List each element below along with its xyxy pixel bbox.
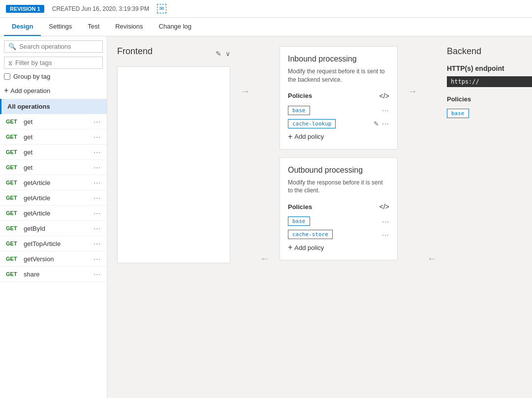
more-icon[interactable]: ··· <box>94 255 101 263</box>
op-name[interactable]: get <box>24 118 90 125</box>
right-arrow-backend-icon: → <box>407 86 417 97</box>
outbound-add-policy-button[interactable]: + Add policy <box>288 243 389 252</box>
inbound-add-policy-button[interactable]: + Add policy <box>288 132 389 141</box>
outbound-base-policy-actions: ··· <box>382 217 389 225</box>
cache-lookup-more-icon[interactable]: ··· <box>382 120 389 127</box>
more-icon[interactable]: ··· <box>94 148 101 156</box>
search-input[interactable] <box>19 43 102 50</box>
op-name[interactable]: get <box>24 149 90 156</box>
list-item: GETgetArticle··· <box>0 190 107 206</box>
op-name[interactable]: getArticle <box>24 210 90 217</box>
search-icon: 🔍 <box>8 43 16 50</box>
filter-box[interactable]: ⧖ <box>4 57 103 69</box>
outbound-policies-label: Policies <box>288 203 312 211</box>
operations-list: GETget··· GETget··· GETget··· GETget··· … <box>0 114 107 398</box>
op-name[interactable]: get <box>24 164 90 171</box>
op-name[interactable]: share <box>24 271 90 278</box>
method-badge: GET <box>6 164 20 170</box>
op-name[interactable]: getArticle <box>24 179 90 186</box>
list-item: GETget··· <box>0 129 107 145</box>
content-area: Frontend ✎ ∨ → ← Inbound processing Modi… <box>107 36 532 398</box>
method-badge: GET <box>6 119 20 124</box>
cache-lookup-edit-icon[interactable]: ✎ <box>374 120 379 127</box>
backend-policies-header: Policies </> <box>447 95 532 103</box>
op-name[interactable]: getArticle <box>24 194 90 202</box>
more-icon[interactable]: ··· <box>94 179 101 186</box>
group-by-label: Group by tag <box>13 73 50 80</box>
cache-store-policy-actions: ··· <box>382 231 389 239</box>
add-operation-button[interactable]: + Add operation <box>4 86 103 95</box>
more-icon[interactable]: ··· <box>94 194 101 202</box>
outbound-processing-card: Outbound processing Modify the response … <box>280 157 398 261</box>
outbound-description: Modify the response before it is sent to… <box>288 179 389 195</box>
backend-base-policy-tag[interactable]: base <box>447 109 469 118</box>
list-item: GETshare··· <box>0 267 107 282</box>
outbound-base-more-icon[interactable]: ··· <box>382 217 389 225</box>
list-item: GETgetVersion··· <box>0 251 107 267</box>
all-operations-header[interactable]: All operations <box>0 99 107 114</box>
list-item: GETget··· <box>0 160 107 175</box>
more-icon[interactable]: ··· <box>94 270 101 278</box>
cache-store-policy-tag[interactable]: cache-store <box>288 230 333 239</box>
backend-column: Backend HTTP(s) endpoint ✎ https:// Poli… <box>447 46 532 389</box>
add-policy-plus-icon: + <box>288 132 292 141</box>
method-badge: GET <box>6 225 20 231</box>
method-badge: GET <box>6 256 20 262</box>
revision-badge: REVISION 1 <box>6 5 44 13</box>
op-name[interactable]: get <box>24 133 90 141</box>
op-name[interactable]: getById <box>24 225 90 232</box>
tab-design[interactable]: Design <box>4 18 41 36</box>
outbound-policy-cache-store: cache-store ··· <box>288 230 389 239</box>
outbound-policy-base: base ··· <box>288 216 389 226</box>
top-bar: REVISION 1 CREATED Jun 16, 2020, 3:19:39… <box>0 0 532 18</box>
list-item: GETgetArticle··· <box>0 175 107 190</box>
group-by-row: Group by tag <box>4 73 103 80</box>
inbound-code-icon[interactable]: </> <box>379 92 389 100</box>
list-item: GETget··· <box>0 145 107 160</box>
chevron-down-icon[interactable]: ∨ <box>225 50 230 58</box>
edit-icon[interactable]: ✎ <box>216 50 221 58</box>
right-arrow-icon: → <box>240 86 250 97</box>
outbound-add-policy-label: Add policy <box>294 244 324 251</box>
tab-test[interactable]: Test <box>80 18 107 36</box>
inbound-description: Modify the request before it is sent to … <box>288 67 389 84</box>
more-icon[interactable]: ··· <box>94 224 101 232</box>
left-arrow-icon: ← <box>260 253 270 264</box>
base-more-icon[interactable]: ··· <box>382 106 389 114</box>
arrow-to-backend: → <box>407 46 417 389</box>
left-arrow-backend-icon: ← <box>427 253 437 264</box>
frontend-column: Frontend ✎ ∨ <box>117 46 230 389</box>
op-name[interactable]: getTopArticle <box>24 240 90 247</box>
http-endpoint-header: HTTP(s) endpoint ✎ <box>447 64 532 72</box>
arrow-inbound: → <box>240 46 250 389</box>
cache-store-more-icon[interactable]: ··· <box>382 231 389 239</box>
more-icon[interactable]: ··· <box>94 240 101 247</box>
list-item: GETget··· <box>0 114 107 129</box>
more-icon[interactable]: ··· <box>94 133 101 141</box>
search-box[interactable]: 🔍 <box>4 40 103 53</box>
tab-changelog[interactable]: Change log <box>151 18 200 36</box>
group-by-checkbox[interactable] <box>4 73 10 80</box>
more-icon[interactable]: ··· <box>94 163 101 171</box>
outbound-add-policy-plus-icon: + <box>288 243 292 252</box>
frontend-box <box>117 66 230 263</box>
outbound-code-icon[interactable]: </> <box>379 203 389 211</box>
frontend-header: Frontend ✎ ∨ <box>117 46 230 61</box>
outbound-title: Outbound processing <box>288 166 389 175</box>
cache-lookup-policy-tag[interactable]: cache-lookup <box>288 119 336 128</box>
method-badge: GET <box>6 134 20 140</box>
method-badge: GET <box>6 241 20 246</box>
inbound-processing-card: Inbound processing Modify the request be… <box>280 46 398 150</box>
method-badge: GET <box>6 195 20 201</box>
tab-settings[interactable]: Settings <box>41 18 80 36</box>
inbound-outbound-column: Inbound processing Modify the request be… <box>280 46 398 389</box>
backend-policy-base: base ··· <box>447 109 532 118</box>
filter-input[interactable] <box>15 59 98 66</box>
add-operation-label: Add operation <box>10 87 50 94</box>
tab-revisions[interactable]: Revisions <box>107 18 151 36</box>
base-policy-tag[interactable]: base <box>288 106 310 115</box>
outbound-base-policy-tag[interactable]: base <box>288 216 310 226</box>
more-icon[interactable]: ··· <box>94 118 101 125</box>
more-icon[interactable]: ··· <box>94 209 101 217</box>
op-name[interactable]: getVersion <box>24 255 90 263</box>
